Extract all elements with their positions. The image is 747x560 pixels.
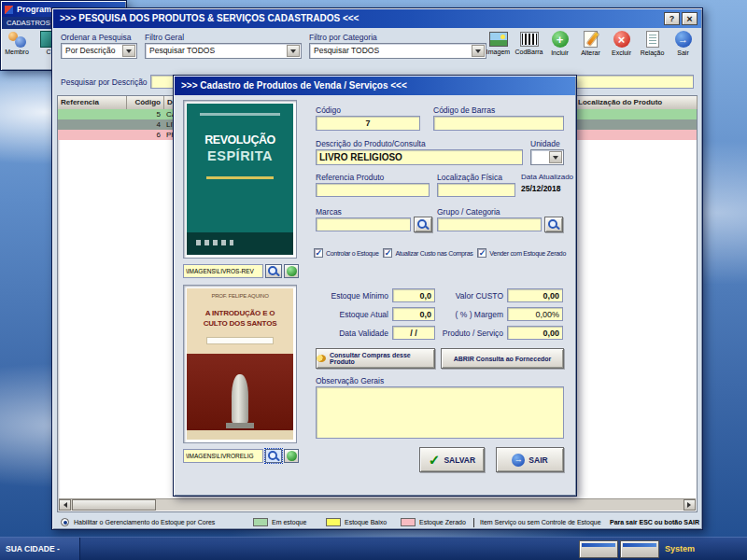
produto-servico-label: Produto / Serviço (421, 329, 503, 338)
main-window-titlebar[interactable]: >>> PESQUISA DOS PRODUTOS & SERVIÇOS CAD… (53, 9, 701, 28)
green-circle-icon (287, 451, 297, 461)
valor-custo-field[interactable] (507, 288, 563, 302)
codigo-barras-field[interactable] (433, 116, 564, 131)
col-codigo[interactable]: Código (127, 96, 164, 109)
taskbar-window-chip[interactable] (620, 540, 659, 558)
close-button[interactable] (682, 12, 698, 25)
relacao-button[interactable]: Relação (637, 31, 668, 56)
image-icon (489, 32, 508, 47)
alterar-button[interactable]: Alterar (575, 31, 606, 56)
controlar-estoque-checkbox[interactable]: Controlar o Estoque (314, 248, 379, 258)
help-button[interactable] (664, 12, 680, 25)
ordenar-label: Ordenar a Pesquisa (61, 33, 132, 42)
produto-servico-field[interactable] (507, 326, 563, 340)
statue-illustration (232, 374, 248, 423)
grupo-field[interactable] (437, 217, 542, 231)
image1-search-button[interactable] (265, 264, 282, 278)
descricao-field[interactable] (316, 149, 523, 165)
scrollbar-thumb[interactable] (72, 499, 156, 511)
data-atualizado-label: Data Atualizado (521, 173, 573, 181)
image1-load-button[interactable] (284, 264, 299, 278)
taskbar-window-chip[interactable] (579, 540, 618, 558)
col-localizacao[interactable]: Localização do Produto (575, 96, 698, 109)
codigo-field[interactable] (316, 116, 420, 131)
toolbar-membro-button[interactable]: Membro (3, 31, 31, 55)
filtro-categoria-label: Filtro por Categoria (309, 33, 377, 42)
filtro-geral-dropdown[interactable]: Pesquisar TODOS (145, 43, 302, 59)
product-image-1: REVOLUÇÃO ESPÍRITA (183, 100, 297, 259)
image1-path-input[interactable] (183, 264, 263, 278)
atualizar-custo-checkbox[interactable]: Atualizar Custo nas Compras (383, 248, 472, 258)
margem-field[interactable] (507, 307, 563, 321)
codigo-barras-label: Código de Barras (433, 105, 495, 115)
excluir-button[interactable]: × Excluir (606, 31, 637, 56)
add-icon: + (552, 31, 569, 48)
sair-toolbar-label: Sair (677, 49, 688, 56)
abrir-consulta-button[interactable]: ABRIR Consulta ao Fornecedor (441, 348, 564, 369)
ordenar-dropdown[interactable]: Por Descrição (61, 43, 137, 59)
filtro-categoria-dropdown[interactable]: Pesquisar TODOS (309, 43, 486, 59)
codbarra-button[interactable]: CodBarra (514, 31, 544, 56)
scroll-left-icon[interactable] (59, 499, 71, 511)
referencia-field[interactable] (316, 183, 430, 197)
product-dialog: >>> Cadastro de Produtos de Venda / Serv… (173, 75, 577, 497)
sair-toolbar-button[interactable]: → Sair (668, 31, 698, 56)
data-atualizado-value: 25/12/2018 (521, 184, 561, 193)
delete-icon: × (613, 31, 630, 48)
vender-estoque-zerado-checkbox[interactable]: Vender com Estoque Zerado (477, 248, 566, 258)
legend-estoque-baixo: Estoque Baixo (345, 519, 387, 525)
dialog-sair-label: SAIR (529, 455, 547, 465)
cover2-strip (187, 430, 293, 440)
grupo-label: Grupo / Categoria (437, 207, 500, 217)
cover1-title-line2: ESPÍRITA (187, 148, 293, 163)
localizacao-field[interactable] (437, 183, 515, 197)
search-icon (268, 266, 279, 277)
exit-arrow-icon: → (512, 454, 525, 467)
col-referencia[interactable]: Referencia (58, 96, 127, 109)
legend-gerenciamento: Habilitar o Gerenciamento do Estoque por… (74, 519, 215, 525)
edit-pencil-icon (584, 31, 598, 48)
dialog-sair-button[interactable]: → SAIR (496, 447, 564, 472)
salvar-button[interactable]: ✓ SALVAR (419, 447, 485, 472)
search-label: Pesquisar por Descrição (61, 77, 148, 87)
observacao-textarea[interactable] (316, 386, 564, 439)
row-codigo: 4 (123, 119, 161, 130)
salvar-label: SALVAR (444, 455, 475, 465)
taskbar-start[interactable]: SUA CIDADE - (0, 538, 80, 560)
imagem-button[interactable]: Imagem (483, 31, 514, 56)
taskbar-start-label: SUA CIDADE - (6, 544, 60, 553)
marcas-field[interactable] (316, 217, 411, 231)
grupo-search-button[interactable] (544, 217, 563, 232)
legend-sair-hint: Para sair ESC ou botão SAIR (610, 519, 699, 525)
margem-label: ( % ) Margem (421, 310, 503, 319)
consultar-compras-button[interactable]: Consultar Compras desse Produto (316, 348, 435, 369)
excluir-label: Excluir (612, 49, 631, 56)
legend-divider (473, 518, 474, 527)
taskbar-system-button[interactable]: System (665, 538, 695, 560)
table-horizontal-scrollbar[interactable] (59, 498, 696, 511)
image2-search-button[interactable] (265, 449, 282, 463)
dialog-titlebar[interactable]: >>> Cadastro de Produtos de Venda / Serv… (175, 77, 575, 95)
descricao-label: Descrição do Produto/Consulta (316, 139, 426, 148)
product-image-2: PROF. FELIPE AQUINO A INTRODUÇÃO E O CUL… (183, 285, 297, 443)
marcas-search-button[interactable] (414, 217, 432, 232)
cover2-band (206, 337, 275, 344)
observacao-label: Observação Gerais (316, 376, 384, 385)
estoque-atual-label: Estoque Atual (316, 310, 388, 319)
scroll-right-icon[interactable] (684, 499, 696, 511)
unidade-dropdown[interactable] (530, 149, 564, 165)
search-icon (417, 219, 429, 231)
incluir-label: Incluir (551, 49, 569, 56)
legend-green-swatch (253, 518, 268, 526)
legend-yellow-swatch (326, 518, 341, 526)
taskbar: SUA CIDADE - System (0, 537, 747, 560)
image2-load-button[interactable] (284, 449, 299, 463)
cover-decoration (200, 113, 281, 116)
stock-colors-radio[interactable] (61, 518, 69, 526)
legend-estoque-zerado: Estoque Zerado (419, 519, 466, 525)
members-icon (7, 31, 26, 48)
row-codigo: 6 (123, 130, 161, 140)
incluir-button[interactable]: + Incluir (544, 31, 575, 56)
image2-path-input[interactable] (183, 449, 263, 463)
search-icon (548, 219, 559, 231)
